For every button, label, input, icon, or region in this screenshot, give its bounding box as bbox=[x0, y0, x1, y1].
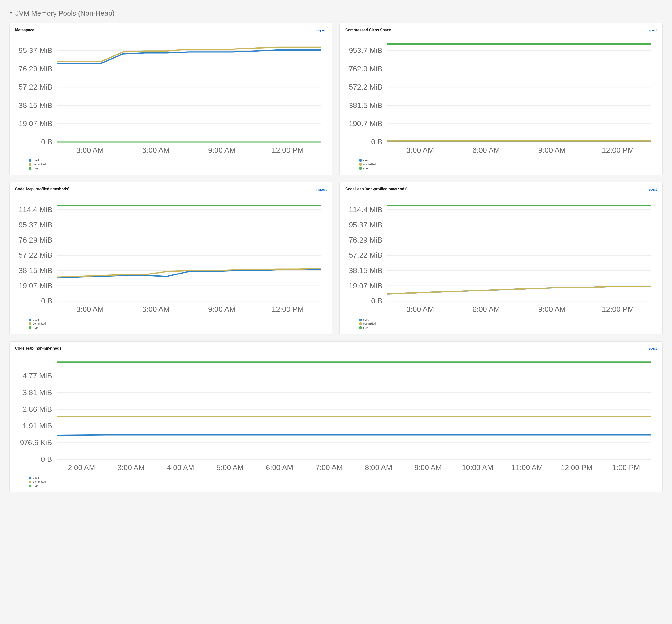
svg-text:57.22 MiB: 57.22 MiB bbox=[349, 251, 382, 260]
legend: used committed max bbox=[15, 476, 657, 487]
legend-swatch-used bbox=[29, 318, 31, 321]
svg-text:95.37 MiB: 95.37 MiB bbox=[19, 46, 52, 55]
svg-text:4:00 AM: 4:00 AM bbox=[167, 463, 194, 472]
legend-item-committed[interactable]: committed bbox=[29, 480, 657, 484]
inspect-link[interactable]: Inspect bbox=[646, 187, 657, 191]
panel-grid: Metaspace Inspect 0 B19.07 MiB38.15 MiB5… bbox=[9, 23, 663, 493]
legend-label: used bbox=[363, 159, 369, 162]
svg-text:0 B: 0 B bbox=[371, 137, 382, 146]
legend-item-used[interactable]: used bbox=[29, 159, 327, 162]
svg-text:95.37 MiB: 95.37 MiB bbox=[349, 220, 382, 229]
legend-item-max[interactable]: max bbox=[29, 484, 657, 487]
legend-label: used bbox=[33, 159, 39, 162]
legend-swatch-committed bbox=[359, 163, 362, 165]
svg-text:6:00 AM: 6:00 AM bbox=[266, 463, 293, 472]
legend-label: max bbox=[363, 326, 368, 329]
legend-label: committed bbox=[33, 322, 46, 325]
panel-nonprofiled: CodeHeap 'non-profiled nmethods' Inspect… bbox=[340, 182, 663, 334]
legend-label: max bbox=[33, 484, 38, 487]
legend-item-used[interactable]: used bbox=[359, 159, 657, 162]
legend-item-committed[interactable]: committed bbox=[359, 322, 657, 325]
svg-text:0 B: 0 B bbox=[41, 137, 52, 146]
legend-swatch-max bbox=[29, 485, 31, 487]
legend-swatch-committed bbox=[359, 322, 362, 325]
legend-label: max bbox=[363, 167, 368, 170]
svg-text:8:00 AM: 8:00 AM bbox=[365, 463, 392, 472]
section-title: JVM Memory Pools (Non-Heap) bbox=[16, 9, 115, 17]
legend-item-used[interactable]: used bbox=[29, 476, 657, 479]
legend-item-max[interactable]: max bbox=[29, 326, 327, 329]
panel-header: CodeHeap 'non-nmethods' Inspect bbox=[15, 346, 657, 350]
svg-text:57.22 MiB: 57.22 MiB bbox=[19, 83, 52, 91]
svg-text:6:00 AM: 6:00 AM bbox=[472, 305, 500, 314]
chart: 0 B19.07 MiB38.15 MiB57.22 MiB76.29 MiB9… bbox=[345, 194, 657, 314]
inspect-link[interactable]: Inspect bbox=[646, 28, 657, 32]
svg-text:12:00 PM: 12:00 PM bbox=[272, 146, 304, 154]
legend-label: max bbox=[33, 167, 38, 170]
svg-text:19.07 MiB: 19.07 MiB bbox=[19, 282, 52, 290]
legend-swatch-max bbox=[359, 327, 362, 329]
svg-text:95.37 MiB: 95.37 MiB bbox=[19, 220, 52, 229]
svg-text:6:00 AM: 6:00 AM bbox=[472, 146, 500, 154]
svg-text:38.15 MiB: 38.15 MiB bbox=[349, 266, 382, 275]
legend-item-committed[interactable]: committed bbox=[29, 163, 327, 166]
svg-text:3:00 AM: 3:00 AM bbox=[76, 305, 104, 314]
legend-label: committed bbox=[33, 480, 46, 484]
svg-text:12:00 PM: 12:00 PM bbox=[602, 146, 634, 154]
svg-text:3:00 AM: 3:00 AM bbox=[406, 305, 434, 314]
svg-text:1.91 MiB: 1.91 MiB bbox=[23, 422, 52, 430]
legend-swatch-used bbox=[359, 318, 362, 321]
panel-metaspace: Metaspace Inspect 0 B19.07 MiB38.15 MiB5… bbox=[9, 23, 332, 175]
svg-text:762.9 MiB: 762.9 MiB bbox=[349, 64, 382, 73]
legend-label: used bbox=[33, 318, 39, 321]
svg-text:381.5 MiB: 381.5 MiB bbox=[349, 101, 382, 110]
legend: used committed max bbox=[345, 159, 657, 170]
legend-label: committed bbox=[33, 163, 46, 166]
svg-text:7:00 AM: 7:00 AM bbox=[316, 463, 343, 472]
legend-swatch-max bbox=[359, 167, 362, 170]
svg-text:3.81 MiB: 3.81 MiB bbox=[23, 388, 52, 397]
svg-text:0 B: 0 B bbox=[41, 455, 52, 463]
svg-text:11:00 AM: 11:00 AM bbox=[512, 463, 543, 472]
legend-label: used bbox=[363, 318, 369, 321]
inspect-link[interactable]: Inspect bbox=[646, 346, 657, 350]
svg-text:2:00 AM: 2:00 AM bbox=[68, 463, 95, 472]
legend-swatch-committed bbox=[29, 163, 31, 165]
svg-text:19.07 MiB: 19.07 MiB bbox=[349, 282, 382, 290]
panel-ccs: Compressed Class Space Inspect 0 B190.7 … bbox=[340, 23, 663, 175]
svg-text:19.07 MiB: 19.07 MiB bbox=[19, 120, 52, 128]
svg-text:6:00 AM: 6:00 AM bbox=[142, 305, 170, 314]
svg-text:1:00 PM: 1:00 PM bbox=[612, 463, 640, 472]
panel-title: CodeHeap 'profiled nmethods' bbox=[15, 187, 69, 191]
legend: used committed max bbox=[345, 318, 657, 329]
legend-item-used[interactable]: used bbox=[29, 318, 327, 321]
panel-profiled: CodeHeap 'profiled nmethods' Inspect 0 B… bbox=[9, 182, 332, 334]
inspect-link[interactable]: Inspect bbox=[316, 28, 327, 32]
legend-item-max[interactable]: max bbox=[359, 326, 657, 329]
inspect-link[interactable]: Inspect bbox=[316, 187, 327, 191]
legend-item-used[interactable]: used bbox=[359, 318, 657, 321]
svg-text:9:00 AM: 9:00 AM bbox=[208, 305, 236, 314]
svg-text:0 B: 0 B bbox=[41, 297, 52, 305]
svg-text:0 B: 0 B bbox=[371, 297, 382, 305]
chart: 0 B19.07 MiB38.15 MiB57.22 MiB76.29 MiB9… bbox=[15, 194, 327, 314]
legend-item-committed[interactable]: committed bbox=[29, 322, 327, 325]
legend-item-max[interactable]: max bbox=[29, 167, 327, 170]
svg-text:12:00 PM: 12:00 PM bbox=[272, 305, 304, 314]
svg-text:38.15 MiB: 38.15 MiB bbox=[19, 266, 52, 275]
svg-text:10:00 AM: 10:00 AM bbox=[462, 463, 493, 472]
section-header[interactable]: JVM Memory Pools (Non-Heap) bbox=[9, 9, 663, 17]
svg-text:57.22 MiB: 57.22 MiB bbox=[19, 251, 52, 260]
legend-swatch-used bbox=[29, 159, 31, 162]
legend-item-committed[interactable]: committed bbox=[359, 163, 657, 166]
svg-text:3:00 AM: 3:00 AM bbox=[117, 463, 145, 472]
legend-item-max[interactable]: max bbox=[359, 167, 657, 170]
svg-text:76.29 MiB: 76.29 MiB bbox=[19, 64, 52, 73]
svg-text:5:00 AM: 5:00 AM bbox=[217, 463, 244, 472]
svg-text:3:00 AM: 3:00 AM bbox=[406, 146, 434, 154]
svg-text:12:00 PM: 12:00 PM bbox=[561, 463, 592, 472]
panel-nonnmethods: CodeHeap 'non-nmethods' Inspect 0 B976.6… bbox=[9, 341, 663, 493]
svg-text:9:00 AM: 9:00 AM bbox=[415, 463, 442, 472]
legend-swatch-used bbox=[359, 159, 362, 162]
svg-text:114.4 MiB: 114.4 MiB bbox=[349, 205, 382, 214]
